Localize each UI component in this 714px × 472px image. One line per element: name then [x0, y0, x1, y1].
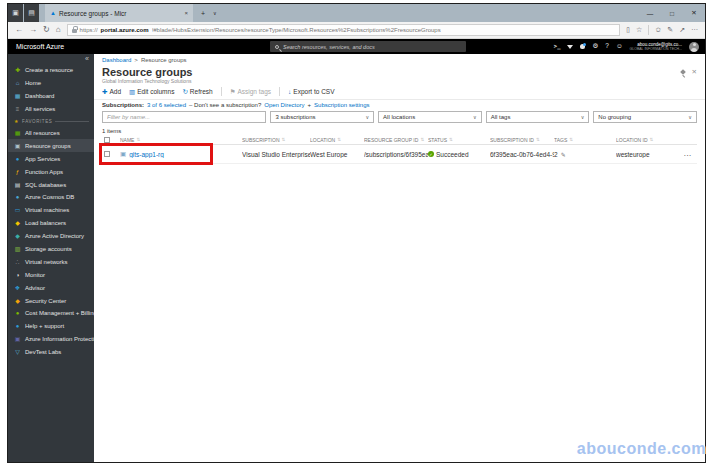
- edit-tags-pencil-icon[interactable]: ✎: [561, 151, 566, 158]
- minimize-button[interactable]: —: [639, 10, 661, 17]
- row-checkbox[interactable]: [104, 151, 110, 157]
- avatar[interactable]: [689, 42, 699, 52]
- subscriptions-dropdown[interactable]: 3 subscriptions ∨: [270, 111, 374, 123]
- directory-filter-icon[interactable]: [567, 45, 573, 49]
- column-header-subscription[interactable]: SUBSCRIPTION⇅: [242, 137, 310, 143]
- sidebar-collapse-icon[interactable]: «: [8, 54, 94, 64]
- sidebar-item-label: Monitor: [25, 272, 45, 278]
- sort-icon: ⇅: [136, 137, 140, 142]
- edit-columns-button[interactable]: ▥ Edit columns: [129, 88, 174, 96]
- function-apps-icon: ƒ: [14, 169, 21, 175]
- browser-tab[interactable]: ▲ Resource groups - Micr ×: [45, 4, 193, 22]
- breadcrumb-dashboard-link[interactable]: Dashboard: [102, 57, 131, 63]
- table-row[interactable]: ▣ gits-app1-rg Visual Studio Enterprise …: [102, 145, 697, 164]
- subscription-settings-link[interactable]: Subscription settings: [314, 102, 369, 108]
- advisor-icon: ❖: [14, 285, 21, 291]
- sidebar-item-label: Resource groups: [25, 143, 71, 149]
- new-tab-button[interactable]: +: [201, 10, 205, 17]
- column-header-location-id[interactable]: LOCATION ID⇅: [616, 137, 684, 143]
- tab-close-icon[interactable]: ×: [184, 10, 188, 16]
- set-tabs-aside-icon[interactable]: ▣: [8, 4, 23, 22]
- sidebar-item-devtest-labs[interactable]: ▽ DevTest Labs: [8, 346, 94, 359]
- sidebar-item-virtual-networks[interactable]: ∴ Virtual networks: [8, 255, 94, 268]
- maximize-button[interactable]: □: [661, 10, 683, 17]
- breadcrumb: Dashboard > Resource groups: [94, 54, 705, 65]
- column-header-resource-group-id[interactable]: RESOURCE GROUP ID⇅: [364, 137, 428, 143]
- sidebar-item-dashboard[interactable]: ▦ Dashboard: [8, 90, 94, 103]
- pin-blade-icon[interactable]: [680, 69, 686, 75]
- column-header-location[interactable]: LOCATION⇅: [310, 137, 364, 143]
- sidebar-item-cost-management-billing[interactable]: ● Cost Management + Billing: [8, 307, 94, 320]
- sidebar-item-storage-accounts[interactable]: ▥ Storage accounts: [8, 243, 94, 256]
- annotate-pen-icon[interactable]: ✎: [667, 26, 673, 34]
- add-button[interactable]: ✚ Add: [102, 88, 121, 96]
- sidebar-item-label: App Services: [25, 156, 60, 162]
- select-all-checkbox[interactable]: [104, 137, 110, 143]
- assign-tags-button[interactable]: ⚑ Assign tags: [230, 88, 271, 96]
- sidebar-item-home[interactable]: ⌂ Home: [8, 77, 94, 90]
- open-directory-link[interactable]: Open Directory: [264, 102, 304, 108]
- sidebar-item-load-balancers[interactable]: ◆ Load balancers: [8, 217, 94, 230]
- column-header-name[interactable]: NAME⇅: [120, 137, 242, 143]
- sidebar-item-label: Help + support: [25, 323, 64, 329]
- notifications-icon[interactable]: [580, 44, 585, 49]
- refresh-icon: ↻: [182, 88, 187, 96]
- back-icon[interactable]: ←: [15, 26, 23, 34]
- sidebar-item-virtual-machines[interactable]: ▭ Virtual machines: [8, 204, 94, 217]
- close-blade-icon[interactable]: ✕: [692, 69, 697, 76]
- tab-actions-menu-icon[interactable]: ∨: [213, 10, 217, 16]
- column-header-subscription-id[interactable]: SUBSCRIPTION ID⇅: [490, 137, 554, 143]
- azure-brand[interactable]: Microsoft Azure: [8, 43, 64, 50]
- share-icon[interactable]: ↗: [679, 26, 685, 34]
- global-search-input[interactable]: Search resources, services, and docs: [270, 41, 466, 52]
- row-context-menu-icon[interactable]: ...: [684, 151, 697, 157]
- reading-view-icon[interactable]: ▯: [626, 26, 630, 34]
- tab-preview-icon[interactable]: ▤: [24, 4, 39, 22]
- url-field[interactable]: https://portal.azure.com/#blade/HubsExte…: [67, 24, 621, 36]
- export-csv-button[interactable]: ↓ Export to CSV: [288, 88, 334, 95]
- refresh-button[interactable]: ↻ Refresh: [182, 88, 212, 96]
- sidebar-item-azure-cosmos-db[interactable]: ● Azure Cosmos DB: [8, 191, 94, 204]
- feedback-icon[interactable]: ☺: [616, 43, 623, 50]
- cloud-shell-icon[interactable]: >_: [554, 44, 561, 50]
- sidebar-item-all-services[interactable]: ≡ All services: [8, 103, 94, 116]
- close-button[interactable]: ✕: [683, 9, 705, 17]
- sidebar-item-azure-active-directory[interactable]: ◆ Azure Active Directory: [8, 230, 94, 243]
- sidebar-item-advisor[interactable]: ❖ Advisor: [8, 281, 94, 294]
- locations-dropdown[interactable]: All locations ∨: [378, 111, 482, 123]
- sidebar-item-label: Azure Information Protecti...: [25, 336, 94, 342]
- sidebar-item-azure-information-protection[interactable]: ▣ Azure Information Protecti...: [8, 333, 94, 346]
- hub-favorites-icon[interactable]: ✩: [655, 26, 661, 34]
- row-resource-group-id: /subscriptions/6f395eac-0b7...: [364, 151, 428, 158]
- sort-icon: ⇅: [420, 137, 424, 142]
- favorite-star-icon[interactable]: ☆: [636, 26, 642, 34]
- sidebar-item-all-resources[interactable]: ▦ All resources: [8, 127, 94, 140]
- column-header-tags[interactable]: TAGS⇅: [554, 137, 616, 143]
- sidebar-item-resource-groups[interactable]: ▣ Resource groups: [8, 139, 94, 152]
- grouping-dropdown[interactable]: No grouping ∨: [593, 111, 697, 123]
- resource-group-name-link[interactable]: gits-app1-rg: [129, 151, 164, 158]
- forward-icon[interactable]: →: [29, 26, 37, 34]
- subscriptions-selected-link[interactable]: 3 of 6 selected: [147, 102, 186, 108]
- sidebar-item-label: Storage accounts: [25, 246, 72, 252]
- sidebar-item-function-apps[interactable]: ƒ Function Apps: [8, 165, 94, 178]
- help-icon[interactable]: ?: [605, 43, 609, 50]
- sidebar-item-app-services[interactable]: ● App Services: [8, 152, 94, 165]
- sidebar-item-monitor[interactable]: ◑ Monitor: [8, 268, 94, 281]
- refresh-icon[interactable]: ↻: [43, 26, 50, 34]
- tags-dropdown[interactable]: All tags ∨: [486, 111, 590, 123]
- account-info[interactable]: abou.conde@gits.co... GLOBAL INFORMATION…: [630, 42, 682, 51]
- page-title: Resource groups: [102, 67, 697, 78]
- sidebar-item-sql-databases[interactable]: ▤ SQL databases: [8, 178, 94, 191]
- create-resource-icon: ✚: [14, 67, 21, 73]
- home-icon[interactable]: ⌂: [56, 26, 61, 34]
- sidebar-item-help-support[interactable]: ● Help + support: [8, 320, 94, 333]
- settings-gear-icon[interactable]: ⚙: [592, 43, 598, 50]
- all-resources-icon: ▦: [14, 130, 21, 136]
- url-path: /#blade/HubsExtension/Resources/resource…: [152, 27, 441, 33]
- sidebar-item-create-a-resource[interactable]: ✚ Create a resource: [8, 64, 94, 77]
- sidebar-item-security-center[interactable]: ◆ Security Center: [8, 294, 94, 307]
- filter-by-name-input[interactable]: [102, 111, 266, 123]
- column-header-status[interactable]: STATUS⇅: [428, 137, 490, 143]
- more-options-icon[interactable]: ⋯: [691, 26, 698, 34]
